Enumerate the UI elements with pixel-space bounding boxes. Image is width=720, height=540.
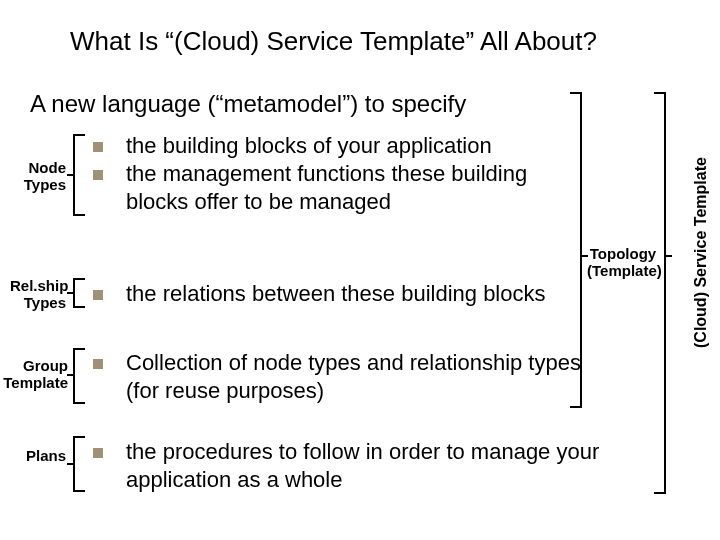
bracket	[665, 255, 672, 257]
bullet-icon	[93, 142, 103, 152]
bracket	[73, 306, 85, 308]
bracket	[73, 490, 85, 492]
bullet-text: Collection of node types and relationshi…	[126, 349, 596, 404]
bullet-icon	[93, 359, 103, 369]
label-line: (Template)	[587, 262, 662, 279]
bracket	[581, 255, 588, 257]
bracket	[67, 374, 74, 376]
label-rel-types: Rel.ship Types	[10, 278, 66, 311]
label-topology: Topology (Template)	[587, 246, 659, 279]
label-line: Group	[23, 357, 68, 374]
bullet-text: the building blocks of your application	[126, 132, 566, 160]
bullet-icon	[93, 448, 103, 458]
bracket	[580, 92, 582, 408]
bracket	[664, 92, 666, 494]
bracket	[73, 214, 85, 216]
label-line: Node	[29, 159, 67, 176]
label-vertical-service-template: (Cloud) Service Template	[692, 157, 710, 348]
slide-title: What Is “(Cloud) Service Template” All A…	[70, 26, 597, 57]
label-line: Plans	[26, 447, 66, 464]
label-line: Types	[24, 294, 66, 311]
bullet-text: the relations between these building blo…	[126, 280, 566, 308]
bracket	[67, 292, 74, 294]
label-line: Rel.ship	[10, 277, 68, 294]
bullet-text: the management functions these building …	[126, 160, 546, 215]
bracket	[67, 463, 74, 465]
label-line: Topology	[590, 245, 656, 262]
bracket	[654, 492, 666, 494]
label-group-template: Group Template	[0, 358, 68, 391]
bullet-icon	[93, 290, 103, 300]
bullet-text: the procedures to follow in order to man…	[126, 438, 606, 493]
slide-subtitle: A new language (“metamodel”) to specify	[30, 90, 466, 118]
label-line: Types	[24, 176, 66, 193]
bracket	[67, 174, 74, 176]
bracket	[570, 406, 582, 408]
bracket	[73, 348, 75, 404]
bracket	[73, 402, 85, 404]
label-line: Template	[3, 374, 68, 391]
bullet-icon	[93, 170, 103, 180]
label-plans: Plans	[18, 448, 66, 465]
label-node-types: Node Types	[18, 160, 66, 193]
